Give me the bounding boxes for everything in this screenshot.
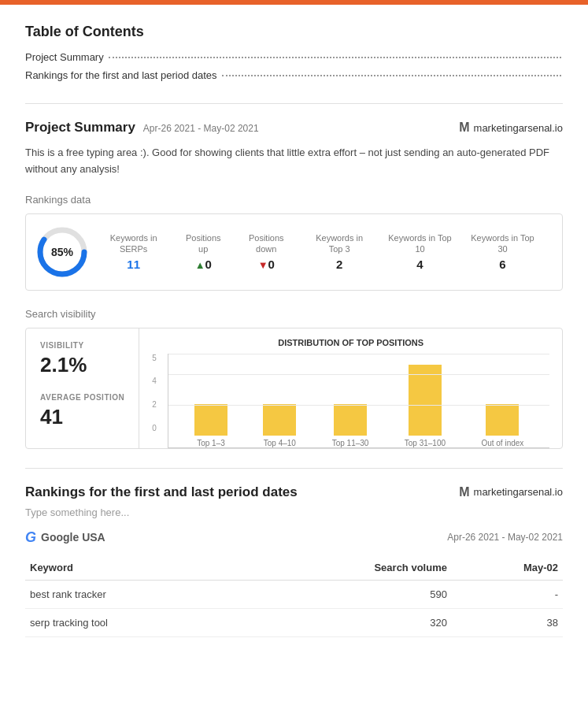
stat-positions-up: Positions up ▲0 [183, 232, 224, 272]
summary-text: This is a free typing area :). Good for … [25, 145, 563, 178]
type-something: Type something here... [25, 506, 563, 518]
bar-label-2: Top 4–10 [264, 439, 296, 447]
rankings-brand-logo: M marketingarsenal.io [459, 485, 563, 499]
rankings-section: Rankings for the first and last period d… [25, 484, 563, 637]
stat-keywords-serps: Keywords in SERPs 11 [100, 232, 167, 272]
visibility-label: VISIBILITY [40, 341, 124, 350]
stat-keywords-top3: Keywords in Top 3 2 [309, 232, 370, 272]
y-label-0: 0 [152, 424, 157, 432]
y-label-5: 5 [152, 354, 157, 362]
bar-group-1: Top 1–3 [194, 404, 227, 447]
stat-keywords-serps-value: 11 [127, 258, 140, 271]
page: Table of Contents Project Summary Rankin… [0, 0, 588, 705]
stat-positions-up-label: Positions up [183, 232, 224, 255]
rankings-header: Rankings for the first and last period d… [25, 484, 563, 500]
cell-keyword: best rank tracker [25, 580, 245, 608]
search-visibility-label: Search visibility [25, 308, 563, 320]
stat-keywords-top3-label: Keywords in Top 3 [309, 232, 370, 255]
stat-keywords-top10-label: Keywords in Top 10 [387, 232, 453, 255]
toc-title: Table of Contents [25, 24, 563, 40]
cell-date-value: 38 [452, 608, 563, 636]
col-keyword: Keyword [25, 555, 245, 581]
brand-name: marketingarsenal.io [474, 122, 563, 134]
bar-2 [263, 404, 296, 436]
visibility-value: 2.1% [40, 353, 124, 377]
toc-dots-2 [222, 75, 561, 76]
bar-group-2: Top 4–10 [263, 404, 296, 447]
toc-section: Table of Contents Project Summary Rankin… [25, 24, 563, 81]
y-label-2: 2 [152, 400, 157, 409]
stat-positions-down-value: ▼0 [258, 258, 275, 271]
col-volume: Search volume [245, 555, 452, 581]
col-date: May-02 [452, 555, 563, 581]
project-summary-date: Apr-26 2021 - May-02 2021 [143, 123, 259, 134]
bar-5 [486, 404, 519, 436]
google-logo: G Google USA [25, 529, 105, 546]
y-gridline-top [168, 354, 549, 354]
google-row: G Google USA Apr-26 2021 - May-02 2021 [25, 529, 563, 546]
cell-volume: 590 [245, 580, 452, 608]
stats-card: 85% Keywords in SERPs 11 Positions up ▲0… [25, 213, 563, 291]
stat-keywords-top10-value: 4 [416, 258, 423, 271]
table-header-row: Keyword Search volume May-02 [25, 555, 563, 581]
toc-label-project: Project Summary [25, 51, 104, 63]
google-label: Google USA [41, 531, 105, 544]
visibility-left: VISIBILITY 2.1% AVERAGE POSITION 41 [26, 328, 139, 448]
visibility-section: Search visibility VISIBILITY 2.1% AVERAG… [25, 308, 563, 449]
rankings-title: Rankings for the first and last period d… [25, 484, 298, 500]
google-g-icon: G [25, 529, 36, 546]
arrow-up-icon: ▲ [195, 259, 205, 271]
stat-keywords-serps-label: Keywords in SERPs [100, 232, 167, 255]
bar-group-5: Out of index [481, 404, 523, 447]
content: Table of Contents Project Summary Rankin… [0, 5, 588, 656]
section-header-left: Project Summary Apr-26 2021 - May-02 202… [25, 120, 259, 135]
arrow-down-icon: ▼ [258, 259, 268, 271]
brand-logo: M marketingarsenal.io [459, 121, 563, 135]
cell-volume: 320 [245, 608, 452, 636]
toc-label-rankings: Rankings for the first and last period d… [25, 69, 217, 81]
donut-container: 85% [35, 225, 89, 279]
cell-keyword: serp tracking tool [25, 608, 245, 636]
divider-1 [25, 103, 563, 104]
bar-label-4: Top 31–100 [405, 439, 446, 447]
bar-group-4: Top 31–100 [405, 365, 446, 447]
bar-label-3: Top 11–30 [332, 439, 369, 447]
avg-position-label: AVERAGE POSITION [40, 393, 124, 402]
y-gridline-2 [168, 405, 549, 406]
bar-label-5: Out of index [481, 439, 523, 447]
stat-keywords-top30-value: 6 [499, 258, 505, 271]
visibility-card: VISIBILITY 2.1% AVERAGE POSITION 41 DIST… [25, 328, 563, 449]
rankings-data-label: Rankings data [25, 194, 563, 206]
project-summary-header: Project Summary Apr-26 2021 - May-02 202… [25, 120, 563, 135]
toc-item-rankings: Rankings for the first and last period d… [25, 69, 563, 81]
table-row: serp tracking tool 320 38 [25, 608, 563, 636]
avg-position-value: 41 [40, 405, 124, 429]
stat-positions-down: Positions down ▼0 [241, 232, 291, 272]
donut-label: 85% [51, 246, 73, 258]
chart-title: DISTRIBUTION OF TOP POSITIONS [152, 338, 549, 347]
chart-area: DISTRIBUTION OF TOP POSITIONS 5 4 2 0 [139, 328, 562, 448]
rankings-header-left: Rankings for the first and last period d… [25, 484, 298, 500]
brand-m-icon: M [459, 121, 469, 135]
bar-label-1: Top 1–3 [197, 439, 225, 447]
cell-date-value: - [452, 580, 563, 608]
divider-2 [25, 468, 563, 469]
google-date: Apr-26 2021 - May-02 2021 [447, 532, 563, 543]
y-gridline-1 [168, 374, 549, 375]
rankings-brand-name: marketingarsenal.io [474, 486, 563, 498]
stat-keywords-top3-value: 2 [336, 258, 342, 271]
bar-3 [334, 404, 367, 436]
bar-4 [409, 365, 442, 436]
toc-dots-1 [109, 57, 561, 58]
stat-positions-up-value: ▲0 [195, 258, 212, 271]
stat-positions-down-label: Positions down [241, 232, 291, 255]
bar-group-3: Top 11–30 [332, 404, 369, 447]
toc-item-project-summary: Project Summary [25, 51, 563, 63]
stat-keywords-top10: Keywords in Top 10 4 [387, 232, 453, 272]
stat-keywords-top30-label: Keywords in Top 30 [470, 232, 535, 255]
rankings-table: Keyword Search volume May-02 best rank t… [25, 555, 563, 637]
stat-keywords-top30: Keywords in Top 30 6 [470, 232, 535, 272]
y-label-4: 4 [152, 377, 157, 385]
bar-chart: Top 1–3 Top 4–10 Top 11–30 [168, 354, 549, 448]
table-row: best rank tracker 590 - [25, 580, 563, 608]
